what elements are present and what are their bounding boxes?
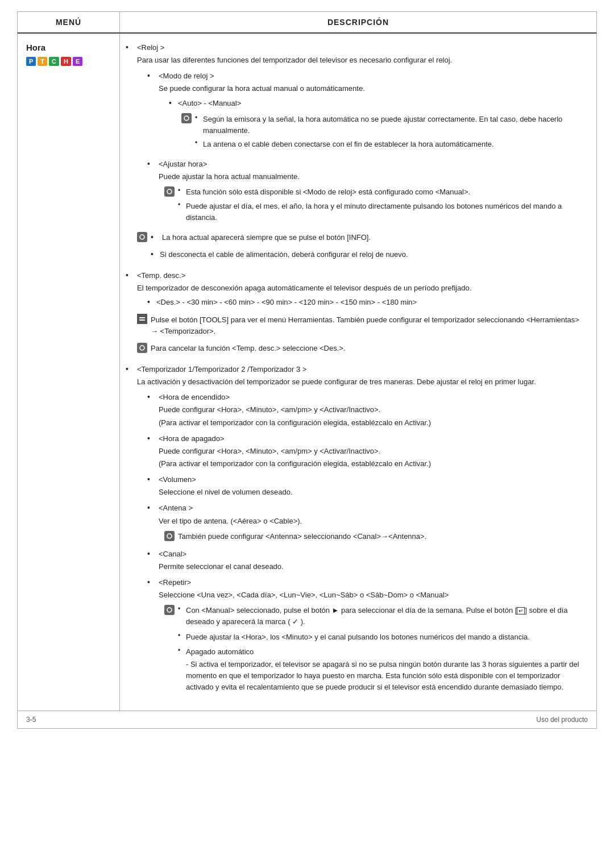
list-item: • <Volumen> Seleccione el nivel de volum… [147, 473, 588, 499]
encendido-title: <Hora de encendido> [159, 392, 588, 403]
bullet-icon: • [147, 391, 156, 404]
list-item: • Esta función sólo está disponible si <… [178, 185, 588, 199]
bullet-icon: • [178, 645, 186, 656]
list-item: • <Modo de reloj > Se puede configurar l… [147, 69, 588, 153]
badge-h: H [61, 57, 71, 66]
apagado-auto-desc: - Si activa el temporizador, el televiso… [186, 659, 588, 693]
temp-options: <Des.> - <30 min> - <60 min> - <90 min> … [156, 297, 417, 308]
temporizadores-content: <Temporizador 1/Temporizador 2 /Temporiz… [137, 363, 588, 697]
bullet-icon: • [178, 185, 186, 196]
svg-point-2 [140, 235, 144, 239]
modo-reloj-desc: Se puede configurar la hora actual manua… [159, 83, 588, 94]
repetir-note2: Puede ajustar la <Hora>, los <Minuto> y … [186, 632, 530, 643]
section-reloj-content: <Reloj > Para usar las diferentes funcio… [137, 41, 588, 263]
list-item: • <Des.> - <30 min> - <60 min> - <90 min… [147, 296, 588, 309]
canal-content: <Canal> Permite seleccionar el canal des… [159, 547, 588, 574]
list-item: • <Canal> Permite seleccionar el canal d… [147, 547, 588, 574]
bullet-icon: • [126, 41, 135, 54]
note-icon [164, 531, 175, 541]
encendido-content: <Hora de encendido> Puede configurar <Ho… [159, 391, 588, 429]
bullet-icon: • [169, 97, 178, 110]
volumen-content: <Volumen> Seleccione el nivel de volumen… [159, 473, 588, 499]
list-item: • <Repetir> Seleccione <Una vez>, <Cada … [147, 576, 588, 696]
header-desc: DESCRIPCIÓN [120, 12, 596, 32]
temp-content: <Temp. desc.> El temporizador de descone… [137, 269, 588, 357]
list-item: • Si desconecta el cable de alimentación… [151, 248, 588, 261]
modo-reloj-content: <Modo de reloj > Se puede configurar la … [159, 69, 588, 153]
reloj-bottom-notes: • La hora actual aparecerá siempre que s… [137, 231, 588, 261]
apagado-content: <Hora de apagado> Puede configurar <Hora… [159, 432, 588, 471]
list-item: • Con <Manual> seleccionado, pulse el bo… [178, 604, 588, 629]
ajustar-hora-title: <Ajustar hora> [159, 159, 588, 170]
bullet-icon: • [147, 433, 156, 445]
temp-desc: El temporizador de desconexión apaga aut… [137, 283, 588, 294]
list-item: • Apagado automático - Si activa el temp… [178, 645, 588, 695]
bullet-icon: • [147, 158, 156, 171]
footer-row: 3-5 Uso del producto [18, 711, 596, 728]
list-item: • <Antena > Ver el tipo de antena. (<Aér… [147, 501, 588, 545]
svg-point-0 [184, 116, 189, 121]
list-item: • <Reloj > Para usar las diferentes func… [126, 41, 588, 263]
ajustar-hora-desc: Puede ajustar la hora actual manualmente… [159, 171, 588, 182]
badge-row: P T C H E [26, 57, 114, 66]
badge-t: T [38, 57, 47, 66]
bullet-icon: • [147, 296, 156, 309]
page-wrapper: MENÚ DESCRIPCIÓN Hora P T C H E • <Reloj… [17, 11, 597, 729]
note-text: • Esta función sólo está disponible si <… [178, 185, 588, 224]
note-line1: Según la emisora y la señal, la hora aut… [203, 114, 588, 136]
volumen-desc: Seleccione el nivel de volumen deseado. [159, 487, 588, 498]
note-icon [181, 113, 192, 123]
bullet-icon: • [151, 248, 160, 261]
bullet-icon: • [126, 363, 135, 376]
header-menu: MENÚ [18, 12, 120, 32]
bullet-icon: • [147, 502, 156, 514]
menu-col: Hora P T C H E [18, 34, 120, 711]
ajustar-hora-content: <Ajustar hora> Puede ajustar la hora act… [159, 157, 588, 226]
temporizadores-title: <Temporizador 1/Temporizador 2 /Temporiz… [137, 364, 588, 375]
tools-icon [137, 314, 147, 324]
list-item: • La hora actual aparecerá siempre que s… [151, 231, 371, 244]
antena-note-block: También puede configurar <Antenna> selec… [164, 530, 588, 543]
canal-desc: Permite seleccionar el canal deseado. [159, 561, 588, 572]
antena-content: <Antena > Ver el tipo de antena. (<Aérea… [159, 501, 588, 545]
canal-title: <Canal> [159, 549, 588, 560]
temporizadores-desc: La activación y desactivación del tempor… [137, 376, 588, 388]
bullet-icon: • [126, 269, 135, 282]
svg-point-5 [140, 346, 144, 350]
modo-reloj-title: <Modo de reloj > [159, 70, 588, 82]
note-block: • Esta función sólo está disponible si <… [164, 185, 588, 224]
section-temporizadores: • <Temporizador 1/Temporizador 2 /Tempor… [126, 363, 588, 697]
repetir-note1: Con <Manual> seleccionado, pulse el botó… [186, 605, 588, 628]
bullet-icon: • [147, 576, 156, 589]
info-note: La hora actual aparecerá siempre que se … [162, 232, 371, 243]
badge-p: P [26, 57, 36, 66]
apagado-desc: Puede configurar <Hora>, <Minuto>, <am/p… [159, 446, 588, 457]
note-block: • Según la emisora y la señal, la hora a… [181, 113, 588, 151]
badge-c: C [49, 57, 59, 66]
bullet-icon: • [195, 113, 203, 123]
section-temp: • <Temp. desc.> El temporizador de desco… [126, 269, 588, 357]
bullet-icon: • [178, 200, 186, 210]
list-item: • <Auto> - <Manual> [169, 97, 588, 110]
antena-desc: Ver el tipo de antena. (<Aérea> o <Cable… [159, 516, 588, 527]
list-item: • <Hora de apagado> Puede configurar <Ho… [147, 432, 588, 471]
volumen-title: <Volumen> [159, 474, 588, 485]
repetir-title: <Repetir> [159, 577, 588, 588]
repetir-content: <Repetir> Seleccione <Una vez>, <Cada dí… [159, 576, 588, 696]
list-item: • Puede ajustar el día, el mes, el año, … [178, 200, 588, 225]
svg-point-6 [167, 534, 172, 538]
note-block: • La hora actual aparecerá siempre que s… [137, 231, 588, 246]
page-number: 3-5 [26, 716, 36, 724]
ajustar-note2: Puede ajustar el día, el mes, el año, la… [186, 201, 588, 223]
apagado-desc2: (Para activar el temporizador con la con… [159, 458, 588, 470]
svg-point-7 [167, 608, 172, 612]
ajustar-note1: Esta función sólo está disponible si <Mo… [186, 186, 470, 198]
table-header: MENÚ DESCRIPCIÓN [18, 12, 596, 34]
list-item: • <Hora de encendido> Puede configurar <… [147, 391, 588, 429]
content-row: Hora P T C H E • <Reloj > Para usar las … [18, 34, 596, 711]
cancel-note-block: Para cancelar la función <Temp. desc.> s… [137, 342, 588, 355]
bullet-icon: • [178, 630, 186, 641]
list-item: • <Temp. desc.> El temporizador de desco… [126, 269, 588, 357]
list-item: • Puede ajustar la <Hora>, los <Minuto> … [178, 630, 588, 644]
svg-rect-4 [139, 319, 145, 321]
